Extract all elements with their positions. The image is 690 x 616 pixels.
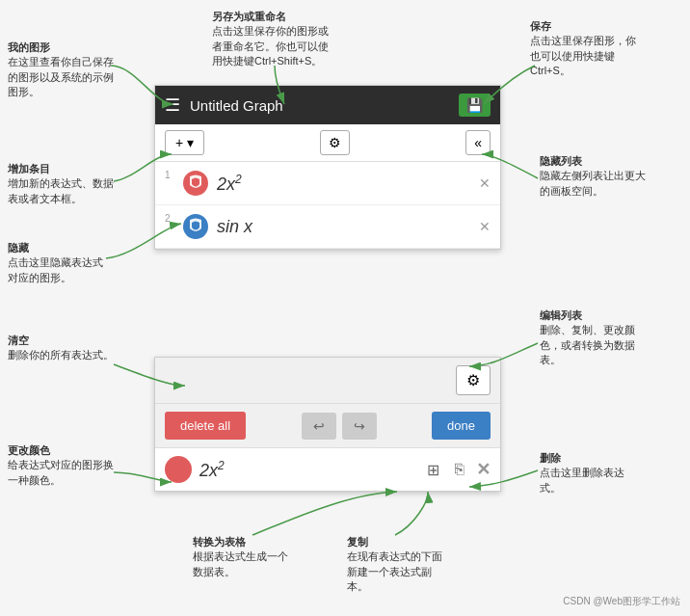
selected-expression-text: 2x2 [199, 459, 415, 481]
annotation-clear: 清空 删除你的所有表达式。 [8, 334, 114, 363]
annotation-my-graph: 我的图形 在这里查看你自己保存的图形以及系统的示例图形。 [8, 40, 114, 100]
delete-expression-button[interactable]: ✕ [476, 459, 491, 480]
expression-text-1: 2x2 [217, 173, 471, 195]
row-number-1: 1 [165, 170, 174, 180]
undo-button[interactable]: ↩ [302, 413, 336, 440]
annotation-delete: 删除 点击这里删除表达式。 [540, 451, 636, 495]
save-button[interactable]: 💾 [459, 94, 491, 117]
settings-button[interactable]: ⚙ [320, 130, 350, 155]
edit-toolbar: ⚙ [155, 358, 500, 404]
undo-redo-group: ↩ ↪ [302, 413, 377, 440]
edit-panel: ⚙ delete all ↩ ↪ done 2x2 ⊞ ⎘ ✕ [154, 357, 501, 492]
annotation-save: 保存 点击这里保存图形，你也可以使用快捷键Ctrl+S。 [530, 19, 636, 79]
annotation-edit-list: 编辑列表 删除、复制、更改颜色，或者转换为数据表。 [540, 308, 646, 368]
annotation-change-color: 更改颜色 给表达式对应的图形换一种颜色。 [8, 443, 114, 488]
delete-all-button[interactable]: delete all [165, 412, 246, 440]
collapse-button[interactable]: « [465, 130, 491, 155]
color-picker[interactable] [165, 456, 192, 483]
close-expression-2[interactable]: ✕ [479, 219, 491, 234]
desmos-logo-1[interactable] [182, 170, 209, 197]
expression-list: 1 2x2 ✕ 2 sin x ✕ [155, 162, 500, 249]
watermark: CSDN @Web图形学工作站 [563, 595, 680, 608]
copy-button[interactable]: ⎘ [451, 459, 468, 480]
annotation-add-item: 增加条目 增加新的表达式、数据表或者文本框。 [8, 162, 114, 206]
selected-expression-row: 2x2 ⊞ ⎘ ✕ [155, 447, 500, 491]
add-button[interactable]: + ▾ [165, 130, 204, 155]
redo-button[interactable]: ↪ [342, 413, 377, 440]
header-bar: ☰ Untitled Graph 💾 [155, 86, 500, 124]
close-expression-1[interactable]: ✕ [479, 175, 491, 191]
annotation-to-table: 转换为表格 根据表达式生成一个数据表。 [193, 535, 289, 579]
annotation-hide-list: 隐藏列表 隐藏左侧列表让出更大的画板空间。 [540, 154, 646, 199]
annotation-copy: 复制 在现有表达式的下面新建一个表达式副本。 [347, 535, 443, 595]
graph-title: Untitled Graph [190, 97, 449, 114]
row-number-2: 2 [165, 213, 174, 224]
expression-text-2: sin x [217, 217, 471, 237]
annotation-save-rename: 另存为或重命名 点击这里保存你的图形或者重命名它。你也可以使用快捷键Ctrl+S… [212, 10, 337, 69]
action-row: delete all ↩ ↪ done [155, 404, 500, 447]
desmos-logo-2[interactable] [182, 213, 209, 240]
hamburger-icon[interactable]: ☰ [165, 94, 180, 116]
done-button[interactable]: done [432, 412, 491, 440]
expression-row-1: 1 2x2 ✕ [155, 162, 500, 205]
toolbar-row: + ▾ ⚙ « [155, 124, 500, 162]
to-table-button[interactable]: ⊞ [423, 459, 443, 481]
expression-row-2: 2 sin x ✕ [155, 205, 500, 249]
annotation-hide: 隐藏 点击这里隐藏表达式对应的图形。 [8, 241, 104, 285]
main-panel: ☰ Untitled Graph 💾 + ▾ ⚙ « 1 2x2 ✕ 2 [154, 85, 501, 250]
edit-gear-button[interactable]: ⚙ [456, 365, 491, 395]
